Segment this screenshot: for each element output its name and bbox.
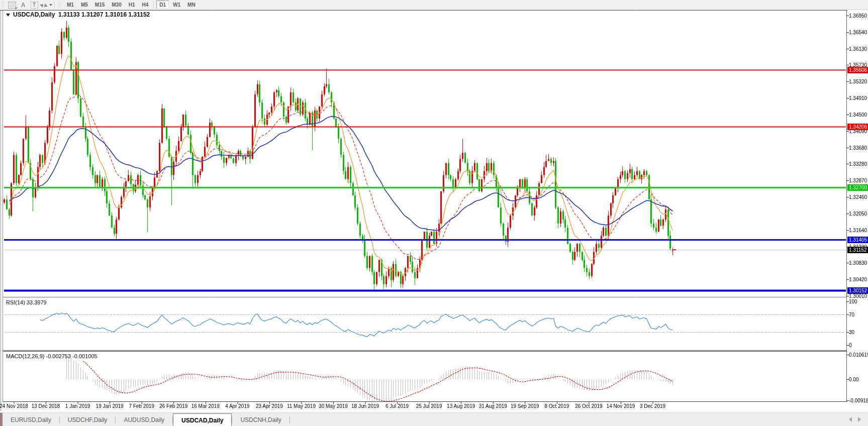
hline-price-label: 1.34206: [847, 124, 868, 130]
rsi-tick-label: 70: [849, 311, 868, 318]
chevron-down-icon: [49, 4, 52, 6]
macd-tick-label: 0.00: [849, 376, 868, 383]
chart-title: USDCAD,Daily 1.31133 1.31207 1.31016 1.3…: [6, 11, 150, 18]
grid-f-icon[interactable]: F: [7, 1, 17, 9]
chart-tab-bar: EURUSD,DailyUSDCHF,DailyAUDUSD,DailyUSDC…: [0, 412, 868, 426]
chevron-down-icon[interactable]: [6, 14, 10, 17]
price-tick-label: 1.33280: [849, 161, 868, 167]
text-box-icon[interactable]: T: [29, 1, 39, 9]
timeframe-w1-button[interactable]: W1: [170, 1, 183, 9]
tab-audusd[interactable]: AUDUSD,Daily: [116, 413, 172, 426]
hline-price-label: 1.35606: [847, 67, 868, 73]
date-label: 16 Mar 2019: [191, 403, 220, 409]
price-tick-label: 1.36130: [849, 46, 868, 52]
timeframe-h1-button[interactable]: H1: [126, 1, 138, 9]
price-tick-label: 1.30830: [849, 260, 868, 266]
tabs: EURUSD,DailyUSDCHF,DailyAUDUSD,DailyUSDC…: [3, 413, 290, 426]
price-tick-label: 1.36950: [849, 13, 868, 19]
date-label: 31 Aug 2019: [479, 403, 507, 409]
date-label: 4 Apr 2019: [225, 403, 249, 409]
price-tick-label: 1.32050: [849, 210, 868, 217]
price-tick-label: 1.31640: [849, 227, 868, 234]
tab-usdcad[interactable]: USDCAD,Daily: [173, 413, 232, 426]
macd-header: MACD(12,26,9) -0.002753 -0.001005: [6, 353, 98, 359]
date-label: 6 Jul 2019: [385, 403, 409, 409]
tab-eurusd[interactable]: EURUSD,Daily: [3, 413, 59, 426]
chart-canvas[interactable]: [0, 0, 868, 426]
timeframe-mn-button[interactable]: MN: [184, 1, 199, 9]
rsi-header: RSI(14) 33.3979: [6, 299, 47, 305]
price-tick-label: 1.32870: [849, 177, 868, 184]
date-label: 7 Feb 2019: [129, 403, 154, 409]
tab-usdcnh[interactable]: USDCNH,Daily: [232, 413, 289, 426]
timeframe-m1-button[interactable]: M1: [64, 1, 77, 9]
date-label: 30 May 2019: [319, 403, 348, 409]
date-label: 18 Jun 2019: [351, 403, 379, 409]
hline-price-label: 1.32700: [847, 184, 868, 191]
label-a-icon[interactable]: A: [18, 1, 28, 9]
date-label: 25 Jul 2019: [416, 403, 442, 409]
price-tick-label: 1.34910: [849, 95, 868, 101]
date-label: 26 Oct 2019: [575, 403, 602, 409]
hline-price-label: 1.30152: [847, 287, 868, 294]
tab-scroll-left-icon[interactable]: [849, 417, 852, 422]
macd-tick-label: 0.010615: [849, 352, 868, 358]
date-label: 13 Aug 2019: [447, 403, 475, 409]
chart-symbol-label: USDCAD,Daily: [13, 11, 55, 18]
timeframe-h4-button[interactable]: H4: [139, 1, 152, 9]
timeframe-m5-button[interactable]: M5: [78, 1, 91, 9]
timeframe-m15-button[interactable]: M15: [92, 1, 108, 9]
toolbar-grip[interactable]: [2, 2, 5, 9]
date-label: 23 Apr 2019: [256, 403, 283, 409]
hline-price-label: 1.31405: [847, 237, 868, 243]
ohlc-high: 1.31207: [81, 11, 103, 18]
tab-scroll-right-icon[interactable]: [858, 417, 861, 422]
price-tick-label: 1.32460: [849, 194, 868, 200]
timeframe-group: M1M5M15M30H1H4D1W1MN: [63, 1, 199, 9]
date-label: 1 Jan 2019: [65, 403, 90, 409]
timeframe-d1-button[interactable]: D1: [156, 1, 169, 9]
date-label: 3 Dec 2019: [640, 403, 665, 409]
date-label: 8 Oct 2019: [544, 403, 569, 409]
date-label: 19 Jan 2019: [96, 403, 124, 409]
timeframe-m30-button[interactable]: M30: [109, 1, 124, 9]
toolbar-grip[interactable]: [58, 2, 62, 9]
toolbar: F A T M1M5M15M30H1H4D1W1MN: [0, 0, 868, 10]
ohlc-close: 1.31152: [129, 11, 150, 18]
macd-tick-label: -0.009181: [849, 397, 868, 404]
price-tick-label: 1.33680: [849, 145, 868, 151]
rsi-tick-label: 0: [849, 342, 868, 349]
ohlc-low: 1.31016: [105, 11, 127, 18]
price-tick-label: 1.35320: [849, 78, 868, 85]
date-label: 11 May 2019: [287, 403, 316, 409]
cycle-arrows-icon[interactable]: [40, 1, 52, 9]
toolbar-separator: [54, 1, 55, 9]
rsi-tick-label: 100: [849, 298, 868, 305]
current-price-label: 1.31152: [847, 247, 868, 253]
date-label: 26 Feb 2019: [159, 403, 187, 409]
date-label: 19 Sep 2019: [511, 403, 539, 409]
date-label: 13 Dec 2018: [32, 403, 60, 409]
tab-separator: [290, 416, 290, 423]
date-label: 14 Nov 2019: [607, 403, 635, 409]
tab-usdchf[interactable]: USDCHF,Daily: [60, 413, 116, 426]
ohlc-open: 1.31133: [58, 11, 80, 18]
toolbar-separator: [153, 1, 154, 9]
price-tick-label: 1.30420: [849, 276, 868, 283]
price-tick-label: 1.34500: [849, 112, 868, 118]
date-label: 24 Nov 2018: [0, 403, 28, 409]
mt4-window: F A T M1M5M15M30H1H4D1W1MN USDCAD,Daily …: [0, 0, 868, 426]
price-tick-label: 1.36540: [849, 29, 868, 36]
rsi-tick-label: 30: [849, 329, 868, 336]
